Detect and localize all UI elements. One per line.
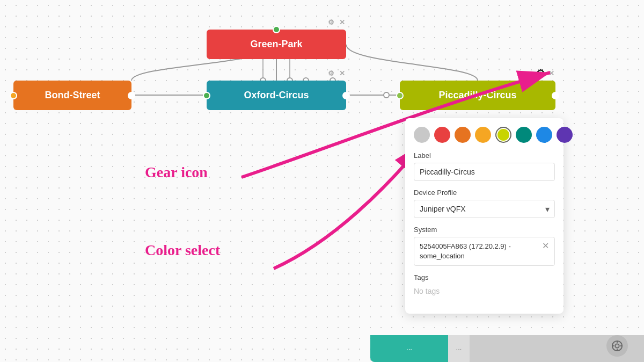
tags-placeholder[interactable]: No tags — [414, 285, 555, 298]
node-dot-green-park-top — [273, 26, 280, 33]
node-green-park[interactable]: ⚙ ✕ Green-Park — [207, 30, 346, 59]
close-icon-piccadilly[interactable]: ✕ — [547, 69, 555, 77]
system-field-value: 5254005FA863 (172.20.2.9) - some_locatio… — [414, 237, 555, 266]
color-swatch-gray[interactable] — [414, 127, 430, 143]
bottom-save-button[interactable]: ··· — [370, 335, 448, 362]
node-dot-oxford-left — [203, 92, 210, 99]
node-dot-bond-left — [10, 92, 17, 99]
device-profile-select-wrapper: Juniper vQFX Cisco IOS Arista EOS ▾ — [414, 200, 555, 218]
settings-panel: Label Device Profile Juniper vQFX Cisco … — [405, 118, 564, 314]
close-icon-oxford[interactable]: ✕ — [338, 69, 346, 77]
node-dot-bond-right — [128, 92, 135, 99]
node-bond-street-label: Bond-Street — [45, 90, 100, 101]
node-dot-oxford-right — [342, 92, 350, 99]
node-dot-piccadilly-left — [396, 92, 404, 99]
color-swatch-blue[interactable] — [536, 127, 552, 143]
label-field-label: Label — [414, 151, 555, 160]
annotation-gear: Gear icon — [145, 164, 208, 181]
bottom-right-circle-icon[interactable] — [606, 335, 628, 357]
gear-icon-green-park[interactable]: ⚙ — [327, 18, 335, 26]
label-input[interactable] — [414, 163, 555, 181]
label-field-group: Label — [414, 151, 555, 181]
node-oxford-controls: ⚙ ✕ — [327, 69, 346, 77]
target-icon — [611, 340, 623, 352]
node-piccadilly-circus-label: Piccadilly-Circus — [438, 90, 516, 101]
system-field-close-icon[interactable]: ✕ — [542, 242, 549, 250]
node-oxford-circus[interactable]: ⚙ ✕ Oxford-Circus — [207, 81, 346, 110]
node-piccadilly-circus[interactable]: ⚙ ✕ Piccadilly-Circus — [400, 81, 555, 110]
bottom-panel: ··· ··· — [370, 335, 644, 362]
node-green-park-controls: ⚙ ✕ — [327, 18, 346, 26]
tags-field-label: Tags — [414, 273, 555, 281]
color-swatch-red[interactable] — [434, 127, 450, 143]
bottom-dots-button[interactable]: ··· — [448, 335, 470, 362]
gear-icon-oxford[interactable]: ⚙ — [327, 69, 335, 77]
svg-point-12 — [615, 344, 619, 347]
node-bond-street[interactable]: Bond-Street — [13, 81, 131, 110]
color-swatch-yellow-green[interactable] — [495, 127, 511, 143]
device-profile-label: Device Profile — [414, 189, 555, 197]
system-field-group: System 5254005FA863 (172.20.2.9) - some_… — [414, 226, 555, 266]
node-green-park-label: Green-Park — [250, 39, 302, 50]
device-profile-field-group: Device Profile Juniper vQFX Cisco IOS Ar… — [414, 189, 555, 218]
annotation-color-text: Color select — [145, 242, 220, 258]
color-swatch-purple[interactable] — [557, 127, 573, 143]
tags-field-group: Tags No tags — [414, 273, 555, 298]
color-swatch-teal[interactable] — [516, 127, 532, 143]
color-select-row — [414, 127, 555, 143]
node-piccadilly-controls: ⚙ ✕ — [536, 69, 555, 77]
color-swatch-orange[interactable] — [455, 127, 471, 143]
color-swatch-yellow[interactable] — [475, 127, 491, 143]
svg-point-8 — [384, 92, 389, 98]
system-field-text: 5254005FA863 (172.20.2.9) - some_locatio… — [420, 242, 539, 261]
close-icon-green-park[interactable]: ✕ — [338, 18, 346, 26]
gear-icon-piccadilly[interactable]: ⚙ — [536, 69, 545, 77]
device-profile-select[interactable]: Juniper vQFX Cisco IOS Arista EOS — [414, 200, 555, 218]
node-dot-piccadilly-right — [552, 92, 559, 99]
canvas: ⚙ ✕ Green-Park Bond-Street ⚙ ✕ Oxford-Ci… — [0, 0, 644, 362]
system-field-label: System — [414, 226, 555, 234]
annotation-gear-text: Gear icon — [145, 164, 208, 180]
annotation-color: Color select — [145, 242, 220, 259]
node-oxford-circus-label: Oxford-Circus — [244, 90, 309, 101]
